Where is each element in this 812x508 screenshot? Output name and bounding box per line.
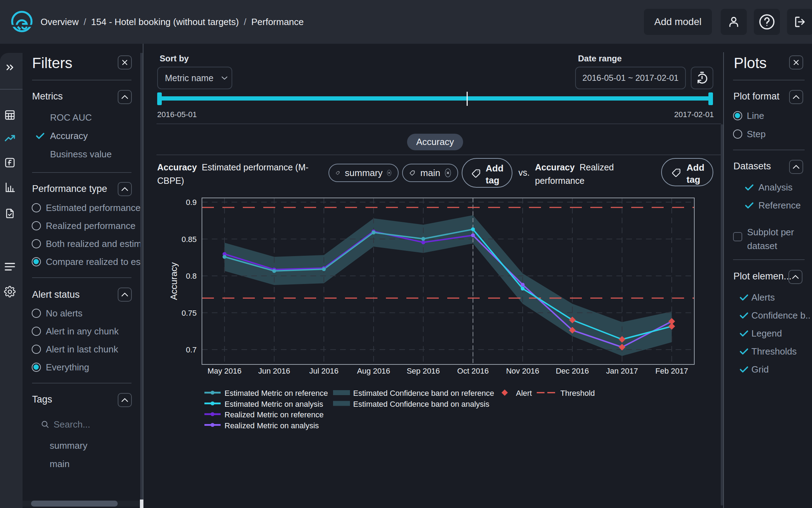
svg-text:Feb 2017: Feb 2017 xyxy=(656,367,688,375)
svg-text:Dec 2016: Dec 2016 xyxy=(556,367,589,375)
svg-text:0.9: 0.9 xyxy=(186,198,197,207)
svg-text:Realized Metric on analysis: Realized Metric on analysis xyxy=(224,421,319,430)
svg-text:Nov 2016: Nov 2016 xyxy=(506,367,539,375)
svg-text:Threshold: Threshold xyxy=(560,389,595,398)
svg-text:Estimated Confidence band on a: Estimated Confidence band on analysis xyxy=(353,400,489,409)
svg-text:May 2016: May 2016 xyxy=(208,367,242,375)
svg-text:Aug 2016: Aug 2016 xyxy=(357,367,390,375)
svg-text:0.85: 0.85 xyxy=(182,235,197,244)
svg-text:0.8: 0.8 xyxy=(186,272,197,280)
svg-text:Estimated Metric on analysis: Estimated Metric on analysis xyxy=(224,400,323,409)
svg-text:Realized Metric on reference: Realized Metric on reference xyxy=(224,410,324,419)
svg-text:Jun 2016: Jun 2016 xyxy=(258,367,290,375)
svg-text:Accuracy: Accuracy xyxy=(168,262,179,300)
svg-text:Sep 2016: Sep 2016 xyxy=(407,367,440,375)
svg-text:Jul 2016: Jul 2016 xyxy=(309,367,338,375)
svg-text:Jan 2017: Jan 2017 xyxy=(606,367,638,375)
svg-text:0.75: 0.75 xyxy=(182,309,197,318)
svg-text:0.7: 0.7 xyxy=(186,345,197,354)
svg-text:Alert: Alert xyxy=(516,389,532,398)
svg-text:Estimated Confidence band on r: Estimated Confidence band on reference xyxy=(353,389,494,398)
svg-text:Estimated Metric on reference: Estimated Metric on reference xyxy=(224,389,328,398)
svg-text:Oct 2016: Oct 2016 xyxy=(457,367,488,375)
